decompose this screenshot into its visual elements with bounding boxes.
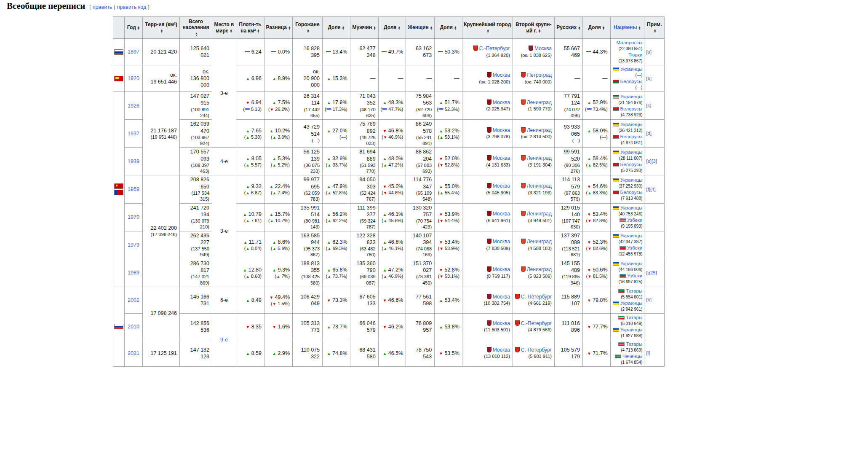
ethnicity-link[interactable]: Украинцы [620, 122, 642, 127]
ethnicity-link[interactable]: Украинцы [620, 327, 642, 332]
city-link[interactable]: С.-Петербург [521, 320, 552, 326]
city-link[interactable]: Ленинград [527, 239, 552, 245]
edit-code-link[interactable]: править код [117, 4, 147, 10]
column-header-notes[interactable]: Прим.▲ ▼ [644, 17, 665, 39]
year-link[interactable]: 1926 [128, 103, 139, 109]
city-link[interactable]: Петроград [527, 72, 551, 78]
column-header-year[interactable]: Год▲ ▼ [125, 17, 143, 39]
ethnicity-link[interactable]: Белорусы [620, 79, 643, 84]
ethnicity-link[interactable]: Узбеки [627, 245, 642, 250]
trend-line: ▼ 53.4% [437, 239, 459, 245]
column-header-russians-share[interactable]: Доля▲ ▼ [582, 17, 610, 39]
note-link[interactable]: [i] [646, 350, 650, 355]
year-link[interactable]: 1897 [128, 49, 139, 55]
column-header-minorities[interactable]: Нацмены▲ ▼ [610, 17, 644, 39]
year-link[interactable]: 1979 [128, 242, 139, 248]
note-link[interactable]: [a] [646, 49, 652, 54]
column-header-women-share[interactable]: Доля▲ ▼ [435, 17, 462, 39]
ethnicity-link[interactable]: Малороссы [616, 40, 642, 45]
note-link[interactable]: [d] [646, 131, 652, 136]
column-header-men[interactable]: Мужчин▲ ▼ [350, 17, 378, 39]
note-link[interactable]: [5] [652, 270, 657, 275]
year-link[interactable]: 2002 [128, 297, 139, 303]
ethnicity-link[interactable]: Тюрки [628, 52, 642, 57]
city-link[interactable]: С.-Петербург [479, 46, 510, 51]
edit-link[interactable]: править [93, 4, 112, 10]
city-link[interactable]: Ленинград [527, 211, 552, 217]
note-link[interactable]: [c] [646, 103, 651, 108]
ethnicity-link[interactable]: Украинцы [620, 177, 642, 183]
world-rank-link[interactable]: 9-е [220, 337, 228, 343]
cell-year: 1937 [125, 120, 143, 148]
cell-second-city: Ленинград(3 321 196) [513, 175, 554, 203]
ethnicity-link[interactable]: Украинцы [620, 205, 642, 210]
ethnicity-link[interactable]: Украинцы [620, 150, 642, 155]
ethnicity-count: (4 874 061) [613, 140, 643, 145]
city-link[interactable]: Москва [534, 46, 552, 51]
city-link[interactable]: Москва [493, 239, 510, 245]
year-link[interactable]: 1939 [128, 159, 139, 164]
ethnicity-link[interactable]: Татары [626, 315, 642, 320]
ethnicity-link[interactable]: Узбеки [627, 273, 642, 278]
ethnicity-link[interactable]: Украинцы [620, 261, 642, 266]
ethnicity-link[interactable]: Татары [626, 341, 642, 347]
ethnicity-link[interactable]: Украинцы [620, 67, 642, 72]
year-link[interactable]: 1920 [128, 75, 139, 81]
city-link[interactable]: С.-Петербург [521, 347, 552, 353]
population-value: (100 891 244) [182, 107, 209, 119]
cell-women-share: ▲ 53.8% [435, 313, 462, 340]
city-link[interactable]: Москва [493, 127, 510, 133]
year-link[interactable]: 1970 [128, 214, 139, 220]
note-link[interactable]: [3] [652, 159, 657, 164]
ethnicity-link[interactable]: Белорусы [620, 106, 643, 111]
city-link[interactable]: Ленинград [527, 155, 552, 161]
ethnicity-link[interactable]: Украинцы [620, 233, 642, 238]
note-link[interactable]: [g] [646, 270, 652, 275]
column-header-russians[interactable]: Русских▲ ▼ [554, 17, 582, 39]
city-link[interactable]: Москва [493, 320, 510, 326]
city-link[interactable]: Ленинград [527, 266, 552, 272]
ethnicity-link[interactable]: Татары [626, 288, 642, 293]
city-link[interactable]: Москва [493, 183, 510, 189]
city-link[interactable]: С.-Петербург [521, 294, 552, 300]
column-header-world-rank[interactable]: Место в мире▲ ▼ [212, 17, 236, 39]
cell-women: 78 750 543 [406, 340, 435, 366]
ethnicity-link[interactable]: Белорусы [620, 162, 643, 167]
city-link[interactable]: Ленинград [527, 183, 552, 189]
column-header-second-city[interactable]: Второй крупн-ий г.▲ ▼ [513, 17, 554, 39]
note-link[interactable]: [b] [646, 76, 652, 81]
note-link[interactable]: [h] [646, 297, 652, 302]
ethnicity-link[interactable]: Украинцы [620, 94, 642, 99]
year-link[interactable]: 2021 [128, 350, 139, 356]
city-link[interactable]: Москва [493, 347, 510, 353]
column-header-urban-share[interactable]: Доля▲ ▼ [323, 17, 350, 39]
year-link[interactable]: 1989 [128, 270, 139, 276]
column-header-men-share[interactable]: Доля▲ ▼ [378, 17, 406, 39]
note-link[interactable]: [f] [646, 187, 650, 192]
city-link[interactable]: Москва [493, 99, 510, 105]
column-header-women[interactable]: Женщин▲ ▼ [406, 17, 435, 39]
city-link[interactable]: Москва [493, 266, 510, 272]
city-link[interactable]: Москва [493, 72, 510, 78]
year-link[interactable]: 1937 [128, 131, 139, 137]
city-link[interactable]: Москва [493, 155, 510, 161]
column-header-largest-city[interactable]: Крупнейший город▲ ▼ [462, 17, 513, 39]
ethnicity-link[interactable]: Чеченцы [622, 354, 642, 359]
note-link[interactable]: [e] [646, 159, 652, 164]
city-link[interactable]: Ленинград [527, 99, 552, 105]
ethnicity-link[interactable]: Узбеки [627, 218, 642, 223]
column-header-population[interactable]: Всего населения▲ ▼ [180, 17, 212, 39]
column-header-urban[interactable]: Горожане▲ ▼ [293, 17, 323, 39]
ethnicity-link[interactable]: Белорусы [620, 190, 643, 195]
city-link[interactable]: Москва [493, 211, 510, 217]
city-link[interactable]: Ленинград [527, 127, 552, 133]
year-link[interactable]: 1959 [128, 186, 139, 192]
ethnicity-link[interactable]: Белорусы [620, 134, 643, 139]
ethnicity-link[interactable]: Украинцы [620, 301, 642, 306]
column-header-change[interactable]: Разница▲ ▼ [264, 17, 293, 39]
year-link[interactable]: 2010 [128, 324, 139, 330]
note-link[interactable]: [4] [650, 187, 656, 192]
column-header-density[interactable]: Плотн-ть на км²▲ ▼ [236, 17, 264, 39]
column-header-territory[interactable]: Терр-ия (км²)▲ ▼ [143, 17, 180, 39]
city-link[interactable]: Москва [493, 294, 510, 300]
